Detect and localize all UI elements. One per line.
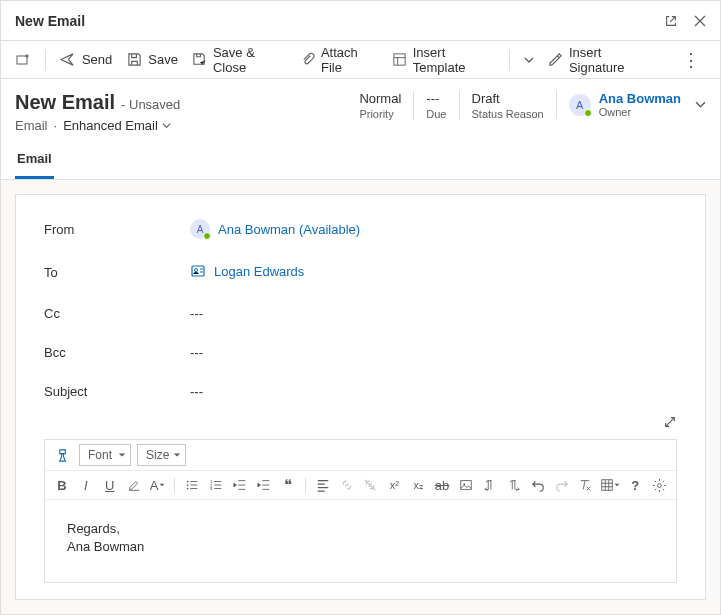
- unsaved-indicator: - Unsaved: [121, 97, 180, 112]
- to-name: Logan Edwards: [214, 264, 304, 279]
- form-selector[interactable]: Enhanced Email: [63, 118, 171, 133]
- expand-editor-icon[interactable]: [663, 415, 677, 429]
- template-dropdown[interactable]: [524, 55, 534, 65]
- toolbar-separator: [45, 50, 46, 70]
- from-avatar: A: [190, 219, 210, 239]
- undo-button[interactable]: [529, 475, 547, 495]
- subject-label: Subject: [44, 384, 190, 399]
- italic-button[interactable]: I: [77, 475, 95, 495]
- font-select[interactable]: Font: [79, 444, 131, 466]
- blockquote-button[interactable]: ❝: [279, 475, 297, 495]
- signature-icon: [548, 52, 563, 68]
- close-icon[interactable]: [694, 15, 706, 27]
- size-select[interactable]: Size: [137, 444, 186, 466]
- new-record-button[interactable]: [15, 52, 31, 68]
- popout-icon[interactable]: [664, 14, 678, 28]
- link-button[interactable]: [338, 475, 356, 495]
- overflow-menu[interactable]: ⋮: [682, 49, 706, 71]
- svg-point-6: [187, 488, 189, 490]
- editor-settings-button[interactable]: [650, 475, 668, 495]
- save-button[interactable]: Save: [126, 52, 178, 68]
- outdent-button[interactable]: [231, 475, 249, 495]
- svg-point-5: [187, 484, 189, 486]
- table-button[interactable]: [600, 475, 620, 495]
- meta-priority: Normal Priority: [359, 91, 413, 120]
- unlink-button[interactable]: [361, 475, 379, 495]
- superscript-button[interactable]: x²: [385, 475, 403, 495]
- clear-format-button[interactable]: [576, 475, 594, 495]
- svg-point-13: [657, 483, 661, 487]
- presence-indicator: [584, 109, 592, 117]
- rich-text-editor: Font Size B I U A 123 ❝: [44, 439, 677, 583]
- svg-point-4: [187, 481, 189, 483]
- bcc-label: Bcc: [44, 345, 190, 360]
- send-icon: [60, 52, 76, 68]
- bcc-field[interactable]: ---: [190, 345, 677, 360]
- from-name: Ana Bowman (Available): [218, 222, 360, 237]
- save-close-icon: [192, 52, 207, 68]
- new-record-icon: [15, 52, 31, 68]
- owner-name[interactable]: Ana Bowman: [599, 91, 681, 106]
- to-person[interactable]: Logan Edwards: [190, 263, 304, 279]
- svg-rect-1: [394, 54, 405, 65]
- format-painter-button[interactable]: [53, 445, 73, 465]
- rtl-button[interactable]: [505, 475, 523, 495]
- caret-down-icon: [173, 451, 181, 459]
- svg-point-3: [195, 269, 198, 272]
- svg-rect-10: [461, 481, 472, 490]
- accessibility-help-button[interactable]: ?: [626, 475, 644, 495]
- owner-avatar: A: [569, 94, 591, 116]
- template-icon: [392, 52, 407, 68]
- save-close-button[interactable]: Save & Close: [192, 45, 286, 75]
- window-title: New Email: [15, 13, 85, 29]
- insert-signature-label: Insert Signature: [569, 45, 654, 75]
- underline-button[interactable]: U: [101, 475, 119, 495]
- highlight-button[interactable]: [125, 475, 143, 495]
- insert-template-label: Insert Template: [413, 45, 495, 75]
- save-label: Save: [148, 52, 178, 67]
- insert-template-button[interactable]: Insert Template: [392, 45, 495, 75]
- bullet-list-button[interactable]: [183, 475, 201, 495]
- paperclip-icon: [300, 52, 315, 68]
- from-person[interactable]: A Ana Bowman (Available): [190, 219, 360, 239]
- tab-email[interactable]: Email: [15, 145, 54, 179]
- insert-signature-button[interactable]: Insert Signature: [548, 45, 654, 75]
- align-left-button[interactable]: [314, 475, 332, 495]
- meta-status: Draft Status Reason: [459, 91, 556, 120]
- subscript-button[interactable]: x₂: [409, 475, 427, 495]
- from-label: From: [44, 222, 190, 237]
- breadcrumb-entity: Email: [15, 118, 48, 133]
- owner-role: Owner: [599, 106, 681, 118]
- owner-chevron-icon[interactable]: [695, 99, 706, 110]
- svg-text:3: 3: [210, 486, 213, 491]
- redo-button[interactable]: [553, 475, 571, 495]
- page-title: New Email: [15, 91, 115, 114]
- cc-label: Cc: [44, 306, 190, 321]
- caret-down-icon: [118, 451, 126, 459]
- svg-rect-0: [17, 56, 27, 64]
- cc-field[interactable]: ---: [190, 306, 677, 321]
- svg-rect-12: [602, 480, 613, 491]
- subject-field[interactable]: ---: [190, 384, 677, 399]
- contact-icon: [190, 263, 206, 279]
- breadcrumb: Email · Enhanced Email: [15, 118, 180, 133]
- attach-button[interactable]: Attach File: [300, 45, 378, 75]
- save-close-label: Save & Close: [213, 45, 286, 75]
- save-icon: [126, 52, 142, 68]
- ltr-button[interactable]: [481, 475, 499, 495]
- to-label: To: [44, 265, 190, 280]
- email-body[interactable]: Regards, Ana Bowman: [45, 500, 676, 582]
- toolbar-separator: [509, 50, 510, 70]
- attach-label: Attach File: [321, 45, 378, 75]
- meta-due: --- Due: [413, 91, 458, 120]
- send-label: Send: [82, 52, 112, 67]
- bold-button[interactable]: B: [53, 475, 71, 495]
- number-list-button[interactable]: 123: [207, 475, 225, 495]
- send-button[interactable]: Send: [60, 52, 112, 68]
- indent-button[interactable]: [255, 475, 273, 495]
- presence-indicator: [203, 232, 211, 240]
- strikethrough-button[interactable]: ab: [433, 475, 451, 495]
- font-color-button[interactable]: A: [149, 475, 167, 495]
- svg-rect-2: [192, 266, 204, 276]
- insert-image-button[interactable]: [457, 475, 475, 495]
